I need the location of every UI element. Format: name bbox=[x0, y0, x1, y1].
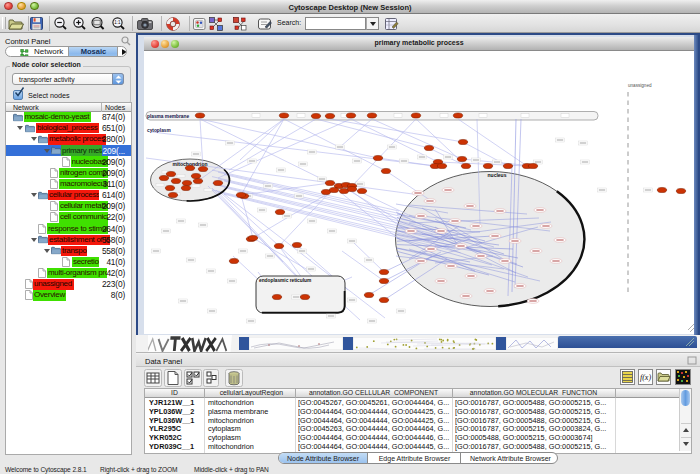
svg-text:cytoplasm: cytoplasm bbox=[147, 128, 171, 133]
svg-text:f(x): f(x) bbox=[640, 373, 651, 382]
svg-text:endoplasmic reticulum: endoplasmic reticulum bbox=[259, 278, 311, 283]
svg-text:plasma membrane: plasma membrane bbox=[147, 114, 189, 119]
svg-text:unassigned: unassigned bbox=[628, 83, 652, 88]
svg-text:1:1: 1:1 bbox=[114, 20, 121, 25]
svg-text:nucleus: nucleus bbox=[488, 172, 507, 178]
